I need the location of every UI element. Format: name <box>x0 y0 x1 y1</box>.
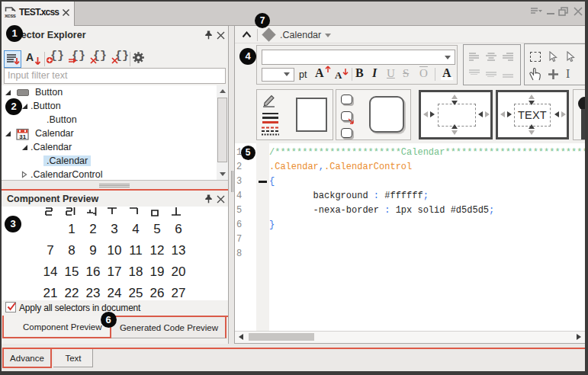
svg-text:xcss: xcss <box>5 12 16 18</box>
svg-text:31: 31 <box>19 133 26 140</box>
